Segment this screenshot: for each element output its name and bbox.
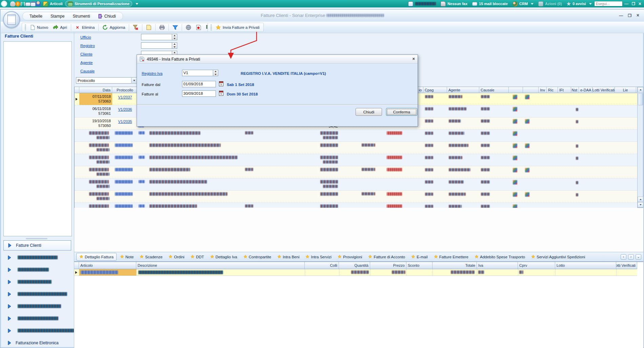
window-maximize-button[interactable]: ❒ [628,13,632,18]
sidebar-item-redacted[interactable] [3,265,71,275]
column-header-nst[interactable]: Nst [571,87,579,93]
detail-column-header-sconto[interactable]: Sconto [406,262,432,269]
taskbar-user[interactable] [406,0,438,7]
globe-button[interactable] [184,24,193,31]
sidebar-item-fatturazione-elettronica[interactable]: Fatturazione Elettronica [3,338,71,348]
tab-scroll-left-button[interactable]: ‹ [621,254,626,260]
filter-link-agente[interactable]: Agente [80,61,93,65]
detail-column-header-prezzo[interactable]: Prezzo [370,262,406,269]
planner-icon[interactable] [31,1,36,6]
tab-dettaglio-iva[interactable]: Dettaglio Iva [207,253,240,260]
invoice-row[interactable] [75,178,637,191]
conferma-button[interactable]: Conferma [386,108,417,116]
tab-fatture-di-acconto[interactable]: Fatture di Acconto [365,253,408,260]
tab-ddt[interactable]: DDT [188,253,207,260]
filter-clear-button[interactable] [131,24,140,31]
window-minimize-button[interactable]: — [619,13,623,18]
sidebar-item-redacted[interactable] [3,326,71,336]
sidebar-splitter-grip[interactable] [26,238,47,239]
detail-column-header-colli[interactable]: Colli [305,262,339,269]
detail-column-header-lotto[interactable]: Lotto [555,262,616,269]
invoice-row[interactable] [75,154,637,166]
taskbar-tab-strumenti[interactable]: Strumenti di Personalizzazione [65,1,132,7]
cell-protocollo-link[interactable]: V1/2036 [114,107,136,111]
column-header-blank[interactable] [509,87,523,93]
filter-link-cliente[interactable]: Cliente [80,52,93,56]
filter-spinner-registro[interactable] [172,42,177,49]
user-icon[interactable] [36,1,41,6]
taskbar-tab-articoli[interactable]: Articoli [41,0,65,7]
menu-item-tabelle[interactable]: Tabelle [26,13,46,20]
menu-item-stampe[interactable]: Stampe [47,13,68,20]
sidebar-item-redacted[interactable] [3,289,71,299]
invoice-row[interactable] [75,130,637,142]
scroll-thumb[interactable] [638,93,643,105]
column-header-blank[interactable] [75,87,79,93]
detail-column-header-cprv[interactable]: Cprv [518,262,555,269]
taskbar-close-button[interactable]: × [639,1,641,6]
sidebar-item-redacted[interactable] [3,313,71,324]
column-header-lotti-verificati[interactable]: Lotti Verificati [592,87,615,93]
cell-protocollo-link[interactable]: V1/2035 [114,119,136,124]
sidebar-tree-panel[interactable] [3,41,72,236]
scroll-down-button[interactable] [638,197,643,202]
tab-ordini[interactable]: Ordini [166,253,187,260]
fatture-al-input[interactable]: 30/09/2018 [182,90,216,97]
app-orb-button[interactable] [3,11,20,28]
tab-intra-servizi[interactable]: Intra Servizi [303,253,334,260]
scroll-down-button[interactable] [638,202,643,208]
column-header-blank[interactable] [523,87,539,93]
column-header-protocollo[interactable]: Protocollo [112,87,138,93]
detail-column-header-quantità[interactable]: Quantità [339,262,370,269]
blank-document-button[interactable] [144,24,154,31]
tab-fatture-emettere[interactable]: Fatture Emettere [431,253,471,260]
app-logo-icon[interactable] [0,0,10,7]
print-button[interactable] [157,24,167,31]
tab-note[interactable]: Note [117,253,136,260]
window-close-button[interactable]: × [637,13,639,18]
toolbar-grip[interactable] [25,24,26,30]
taskbar-azioni[interactable]: Azioni (0) [536,0,564,7]
registro-iva-spinner[interactable] [213,70,218,76]
filter-link-registro[interactable]: Registro [80,44,95,48]
tab-intra-beni[interactable]: Intra Beni [275,253,302,260]
invoice-row[interactable] [75,142,637,154]
registro-iva-link[interactable]: Registro Iva [142,71,162,75]
sidebar-item-fatture-clienti[interactable]: Fatture Clienti [3,240,71,251]
sort-combobox[interactable]: Protocollo [76,77,138,84]
filter-input-registro[interactable] [141,42,172,49]
taskbar-crm[interactable]: CRM [510,0,536,7]
filter-link-ufficio[interactable]: Ufficio [80,35,91,39]
invoice-row[interactable] [75,191,637,203]
sidebar-item-redacted[interactable] [3,301,71,311]
registro-iva-input[interactable]: V1 [182,70,213,76]
filter-input-ufficio[interactable] [141,34,172,40]
detail-column-header-descrizione[interactable]: Descrizione [136,262,305,269]
sidebar-item-redacted[interactable] [3,277,71,287]
tab-scadenze[interactable]: Scadenze [137,253,165,260]
pause-icon[interactable] [20,1,25,6]
column-header-data[interactable]: Data [79,87,112,93]
aggiorna-button[interactable]: Aggiorna [100,24,127,31]
invia-fatture-privati-button[interactable]: Invia Fatture a Privati [214,24,262,31]
apri-button[interactable]: Apri [51,24,69,31]
nuovo-button[interactable]: Nuovo [28,24,50,31]
combobox-dropdown-button[interactable] [131,78,137,83]
taskbar-minimize-button[interactable]: — [624,1,628,6]
filter-link-causale[interactable]: Causale [80,69,95,73]
tab-addebito-spese-trasporto[interactable]: Addebito Spese Trasporto [472,253,528,260]
tab-provvigioni[interactable]: Provvigioni [335,253,365,260]
column-header-agente[interactable]: Agente [447,87,479,93]
dialog-close-button[interactable]: × [412,57,415,61]
detail-column-header-blank[interactable] [74,262,79,269]
column-header-ric[interactable]: Ric [547,87,558,93]
taskbar-avvisi[interactable]: ★ 0 avvisi [564,0,594,7]
menu-item-chiudi[interactable]: Chiudi [95,13,119,20]
filter-button[interactable] [170,24,180,31]
tab-servizi-aggiuntivi-spedizioni[interactable]: Servizi Aggiuntivi Spedizioni [528,253,588,260]
tab-scroll-right-button[interactable]: › [628,254,634,260]
scroll-up-button[interactable] [638,87,643,92]
calendar-icon[interactable] [219,81,223,86]
tab-contropartite[interactable]: Contropartite [241,253,274,260]
detail-column-header-articolo[interactable]: Articolo [79,262,136,269]
